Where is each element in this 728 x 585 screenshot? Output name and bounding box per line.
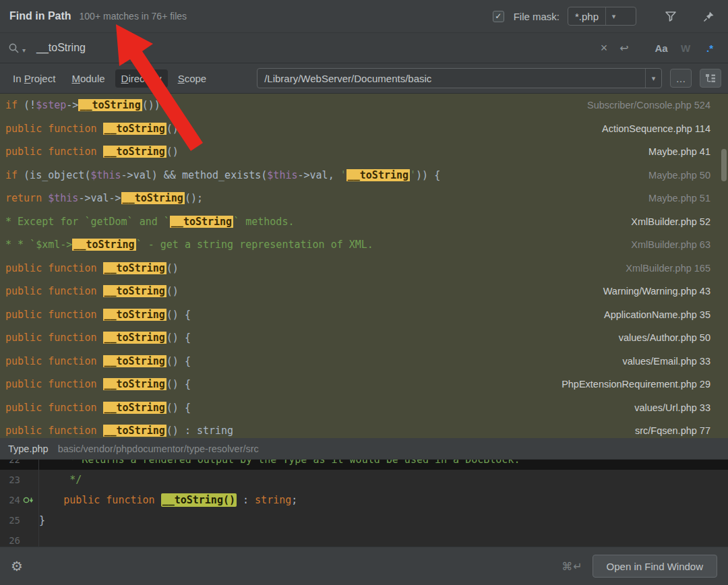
result-code: public function __toString() xyxy=(5,262,617,274)
directory-path-value: /Library/WebServer/Documents/basic xyxy=(257,69,645,88)
result-file-location: Maybe.php 50 xyxy=(648,170,710,181)
scope-tab-in-project[interactable]: In Project xyxy=(7,69,61,88)
preview-file-name[interactable]: Type.php xyxy=(8,443,49,454)
result-file-location: XmlBuilder.php 63 xyxy=(631,239,710,250)
search-history-chevron-icon[interactable]: ▾ xyxy=(22,47,26,54)
preview-file-path: basic/vendor/phpdocumentor/type-resolver… xyxy=(58,443,259,454)
project-structure-icon xyxy=(705,73,716,84)
result-code: public function __toString() { xyxy=(5,332,611,344)
dialog-title: Find in Path xyxy=(9,10,71,22)
preview-editor[interactable]: 22 * Returns a rendered output by the Ty… xyxy=(0,460,728,547)
filter-icon xyxy=(665,11,677,22)
result-row[interactable]: public function __toString() {PhpExtensi… xyxy=(0,373,728,396)
newline-icon[interactable]: ↩ xyxy=(616,42,632,55)
result-row[interactable]: public function __toString() {values/Aut… xyxy=(0,326,728,350)
project-structure-button[interactable] xyxy=(700,69,721,88)
result-code: public function __toString() { xyxy=(5,309,596,321)
result-code: if (is_object($this->val) && method_exis… xyxy=(5,169,640,181)
preview-editor-lines: 22 * Returns a rendered output by the Ty… xyxy=(0,460,728,547)
dialog-footer: ⚙ ⌘↵ Open in Find Window xyxy=(0,547,728,585)
clear-search-icon[interactable]: × xyxy=(596,41,612,55)
editor-gutter: 26 xyxy=(0,530,39,547)
editor-line: 25} xyxy=(0,510,728,530)
file-mask-value: *.php xyxy=(568,7,605,25)
pin-button[interactable] xyxy=(698,7,719,26)
search-bar: ▾ __toString × ↩ Aa W .* xyxy=(0,32,728,63)
result-row[interactable]: * * `$xml->__toString` - get a string re… xyxy=(0,233,728,257)
preview-header: Type.php basic/vendor/phpdocumentor/type… xyxy=(0,438,728,460)
result-file-location: XmlBuilder.php 165 xyxy=(626,263,710,274)
result-code: return $this->val->__toString(); xyxy=(5,192,640,204)
editor-code: */ xyxy=(39,470,728,490)
results-list: if (!$step->__toString()) {Subscriber/Co… xyxy=(0,94,728,438)
result-row[interactable]: public function __toString()XmlBuilder.p… xyxy=(0,257,728,280)
result-file-location: PhpExtensionRequirement.php 29 xyxy=(562,379,710,390)
regex-toggle[interactable]: .* xyxy=(700,42,720,54)
result-code: public function __toString() xyxy=(5,123,594,135)
result-code: public function __toString() { xyxy=(5,402,626,414)
editor-line: 26 xyxy=(0,530,728,547)
result-row[interactable]: public function __toString() {values/Url… xyxy=(0,396,728,420)
result-row[interactable]: public function __toString() {Applicatio… xyxy=(0,303,728,327)
match-case-toggle[interactable]: Aa xyxy=(651,42,671,54)
editor-line: 24 public function __toString() : string… xyxy=(0,490,728,510)
result-row[interactable]: * Except for `getDom` and `__toString` m… xyxy=(0,210,728,234)
open-in-find-window-button[interactable]: Open in Find Window xyxy=(593,555,717,578)
results-scrollbar[interactable] xyxy=(721,149,727,181)
result-row[interactable]: return $this->val->__toString();Maybe.ph… xyxy=(0,187,728,210)
settings-gear-icon[interactable]: ⚙ xyxy=(11,558,23,574)
result-row[interactable]: if (is_object($this->val) && method_exis… xyxy=(0,164,728,187)
find-in-path-window: Find in Path 100+ matches in 76+ files ✓… xyxy=(0,0,728,585)
result-code: public function __toString() : string xyxy=(5,425,627,437)
line-number: 23 xyxy=(0,470,20,490)
line-number: 22 xyxy=(0,460,20,470)
filter-button[interactable] xyxy=(661,7,681,26)
scope-bar: In ProjectModuleDirectoryScope /Library/… xyxy=(0,63,728,94)
editor-gutter: 25 xyxy=(0,510,39,530)
editor-code: } xyxy=(39,510,728,530)
file-mask-label: File mask: xyxy=(514,11,559,22)
result-row[interactable]: public function __toString()Maybe.php 41 xyxy=(0,140,728,164)
chevron-down-icon[interactable]: ▾ xyxy=(645,69,661,88)
browse-directory-button[interactable]: … xyxy=(670,69,692,88)
result-file-location: values/Url.php 33 xyxy=(634,402,710,413)
result-file-location: Subscriber/Console.php 524 xyxy=(587,100,710,111)
match-count-summary: 100+ matches in 76+ files xyxy=(80,11,187,22)
line-number: 25 xyxy=(0,510,20,530)
search-icon[interactable] xyxy=(8,42,20,54)
line-number: 24 xyxy=(0,490,20,510)
scope-tab-directory[interactable]: Directory xyxy=(115,69,168,88)
result-row[interactable]: public function __toString()Warning/Warn… xyxy=(0,280,728,303)
result-code: public function __toString() xyxy=(5,146,640,158)
scope-tab-scope[interactable]: Scope xyxy=(172,69,213,88)
chevron-down-icon[interactable]: ▾ xyxy=(605,7,621,25)
result-row[interactable]: public function __toString() : stringsrc… xyxy=(0,419,728,438)
override-gutter-icon[interactable] xyxy=(20,495,38,505)
result-code: public function __toString() xyxy=(5,285,595,297)
pin-icon xyxy=(703,11,715,22)
result-code: * * `$xml->__toString` - get a string re… xyxy=(5,239,623,251)
editor-code: * Returns a rendered output by the Type … xyxy=(39,460,728,470)
result-code: public function __toString() { xyxy=(5,355,614,367)
file-mask-checkbox[interactable]: ✓ xyxy=(493,11,504,22)
search-input[interactable]: __toString xyxy=(36,42,592,54)
result-code: * Except for `getDom` and `__toString` m… xyxy=(5,216,623,228)
result-file-location: Maybe.php 41 xyxy=(648,146,710,157)
whole-words-toggle[interactable]: W xyxy=(675,42,696,54)
result-file-location: values/Email.php 33 xyxy=(622,356,710,367)
editor-gutter: 23 xyxy=(0,470,39,490)
result-file-location: Maybe.php 51 xyxy=(648,193,710,204)
result-file-location: XmlBuilder.php 52 xyxy=(631,216,710,227)
dialog-header: Find in Path 100+ matches in 76+ files ✓… xyxy=(0,0,728,32)
editor-line: 22 * Returns a rendered output by the Ty… xyxy=(0,460,728,470)
result-row[interactable]: public function __toString() {values/Ema… xyxy=(0,350,728,373)
result-row[interactable]: if (!$step->__toString()) {Subscriber/Co… xyxy=(0,94,728,117)
directory-path-combo[interactable]: /Library/WebServer/Documents/basic ▾ xyxy=(257,68,662,88)
result-file-location: ActionSequence.php 114 xyxy=(602,123,710,134)
editor-gutter: 22 xyxy=(0,460,39,470)
file-mask-combo[interactable]: *.php ▾ xyxy=(568,7,636,26)
scope-tab-module[interactable]: Module xyxy=(65,69,111,88)
result-code: if (!$step->__toString()) { xyxy=(5,99,579,111)
result-code: public function __toString() { xyxy=(5,378,553,390)
result-row[interactable]: public function __toString()ActionSequen… xyxy=(0,117,728,141)
